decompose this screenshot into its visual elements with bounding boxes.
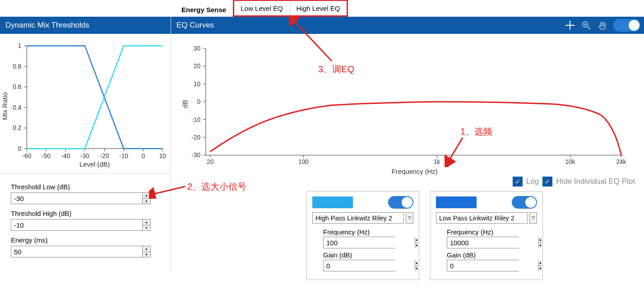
- ytick: 0: [197, 98, 200, 105]
- xtick: -10: [119, 152, 128, 159]
- energy-input[interactable]: ▲▼: [11, 246, 151, 257]
- xtick: -30: [80, 152, 89, 159]
- threshold-low-field[interactable]: [11, 193, 142, 204]
- filter-panel-lowpass: ▽ Frequency (Hz) ▲▼ Gain (dB) ▲▼: [430, 191, 543, 280]
- filter1-freq-label: Frequency (Hz): [323, 228, 413, 236]
- filter2-freq-field[interactable]: [447, 237, 538, 248]
- zoom-icon[interactable]: [581, 20, 592, 31]
- spin-up-icon[interactable]: ▲: [143, 220, 150, 225]
- spin-down-icon[interactable]: ▼: [539, 243, 542, 248]
- threshold-high-field[interactable]: [11, 220, 142, 230]
- spin-up-icon[interactable]: ▲: [539, 237, 542, 243]
- filter2-gain-label: Gain (dB): [447, 251, 537, 259]
- filter-panel-highpass: ▽ Frequency (Hz) ▲▼ Gain (dB) ▲▼: [306, 191, 419, 280]
- spin-up-icon[interactable]: ▲: [143, 193, 150, 199]
- spin-up-icon[interactable]: ▲: [143, 246, 150, 252]
- filter2-color-swatch: [436, 196, 477, 208]
- left-panel-title: Dynamic Mix Thresholds: [0, 17, 171, 34]
- ytick: -20: [191, 134, 200, 141]
- xtick: -40: [61, 152, 70, 159]
- xtick: 10: [159, 152, 166, 159]
- ytick: 0.4: [13, 104, 22, 111]
- spin-down-icon[interactable]: ▼: [143, 225, 150, 231]
- tab-bar: Energy Sense Low Level EQ High Level EQ: [171, 0, 644, 17]
- filter1-gain-field[interactable]: [324, 260, 415, 271]
- ytick: 20: [194, 63, 201, 70]
- crosshair-icon[interactable]: [565, 20, 575, 31]
- threshold-form: Threshold Low (dB) ▲▼ Threshold High (dB…: [0, 174, 171, 272]
- spin-up-icon[interactable]: ▲: [415, 237, 418, 243]
- xtick: -20: [100, 152, 109, 159]
- eq-title-text: EQ Curves: [176, 21, 214, 30]
- dropdown-icon[interactable]: ▽: [406, 212, 413, 224]
- log-label: Log: [526, 177, 539, 186]
- eq-ylabel: dB: [181, 100, 189, 108]
- threshold-low-label: Threshold Low (dB): [11, 183, 160, 191]
- spin-down-icon[interactable]: ▼: [415, 266, 418, 271]
- tab-high-level-eq[interactable]: High Level EQ: [290, 1, 347, 15]
- hide-plots-checkbox[interactable]: ✓: [542, 177, 552, 187]
- filter2-freq-label: Frequency (Hz): [447, 228, 537, 236]
- filter1-gain-input[interactable]: ▲▼: [323, 260, 395, 271]
- dropdown-icon[interactable]: ▽: [529, 212, 537, 224]
- threshold-high-label: Threshold High (dB): [11, 210, 160, 217]
- filter2-enable-toggle[interactable]: [512, 196, 537, 209]
- filter2-gain-input[interactable]: ▲▼: [447, 260, 519, 271]
- xlabel: Level (dB): [79, 161, 110, 168]
- ytick: 10: [194, 81, 201, 88]
- eq-combined-curve: [210, 102, 621, 155]
- filter1-freq-input[interactable]: ▲▼: [323, 237, 395, 248]
- energy-label: Energy (ms): [11, 236, 160, 244]
- spin-down-icon[interactable]: ▼: [415, 243, 418, 248]
- pan-icon[interactable]: [597, 20, 608, 31]
- xtick: 24k: [616, 159, 626, 165]
- eq-tab-highlight: Low Level EQ High Level EQ: [233, 0, 348, 17]
- ytick: -10: [191, 117, 200, 123]
- low-curve: [27, 46, 162, 149]
- spin-down-icon[interactable]: ▼: [143, 199, 150, 204]
- xtick: 10k: [565, 159, 575, 165]
- xtick: 100: [298, 159, 309, 165]
- filter1-gain-label: Gain (dB): [323, 251, 413, 259]
- eq-curves-header: EQ Curves: [171, 17, 644, 34]
- threshold-low-input[interactable]: ▲▼: [11, 192, 151, 204]
- ytick: 1: [18, 42, 22, 49]
- high-curve: [27, 46, 162, 149]
- spin-up-icon[interactable]: ▲: [539, 260, 542, 266]
- filter1-type-select[interactable]: [312, 212, 404, 224]
- filter1-enable-toggle[interactable]: [388, 196, 413, 209]
- tab-energy-sense[interactable]: Energy Sense: [175, 2, 233, 17]
- filter2-type-select[interactable]: [436, 212, 528, 224]
- filter1-freq-field[interactable]: [324, 237, 415, 248]
- xtick: 20: [207, 159, 214, 165]
- mix-threshold-chart: 1 0.8 0.6 0.4 0.2 0 -60 -50 -40 -30: [0, 34, 171, 174]
- left-title-text: Dynamic Mix Thresholds: [5, 21, 89, 30]
- xtick: 1k: [434, 159, 440, 165]
- eq-curves-chart[interactable]: 30 20 10 0 -10 -20 -30 20 100 1k 10k 24k…: [171, 34, 644, 187]
- spin-up-icon[interactable]: ▲: [415, 260, 418, 266]
- energy-field[interactable]: [11, 246, 142, 257]
- spin-down-icon[interactable]: ▼: [143, 252, 150, 257]
- svg-line-19: [588, 27, 590, 29]
- tab-low-level-eq[interactable]: Low Level EQ: [234, 1, 289, 15]
- xtick: 0: [142, 152, 145, 159]
- ytick: -30: [191, 152, 200, 159]
- filter2-freq-input[interactable]: ▲▼: [447, 237, 519, 248]
- ytick: 0.2: [13, 124, 21, 131]
- hide-label: Hide Individual EQ Plot: [556, 177, 635, 186]
- ytick: 0: [18, 145, 22, 152]
- ytick: 0.6: [13, 83, 22, 90]
- spin-down-icon[interactable]: ▼: [539, 266, 542, 271]
- ytick: 30: [194, 45, 201, 52]
- ytick: 0.8: [13, 63, 22, 70]
- threshold-high-input[interactable]: ▲▼: [11, 219, 151, 231]
- filter1-color-swatch: [312, 196, 353, 208]
- eq-xlabel: Frequency (Hz): [392, 168, 438, 175]
- filter2-gain-field[interactable]: [447, 260, 538, 271]
- log-checkbox[interactable]: ✓: [513, 177, 523, 187]
- xtick: -50: [42, 152, 51, 159]
- toolbar-toggle[interactable]: [613, 19, 640, 32]
- xtick: -60: [22, 152, 31, 159]
- ylabel: Mix Ratio: [2, 92, 9, 120]
